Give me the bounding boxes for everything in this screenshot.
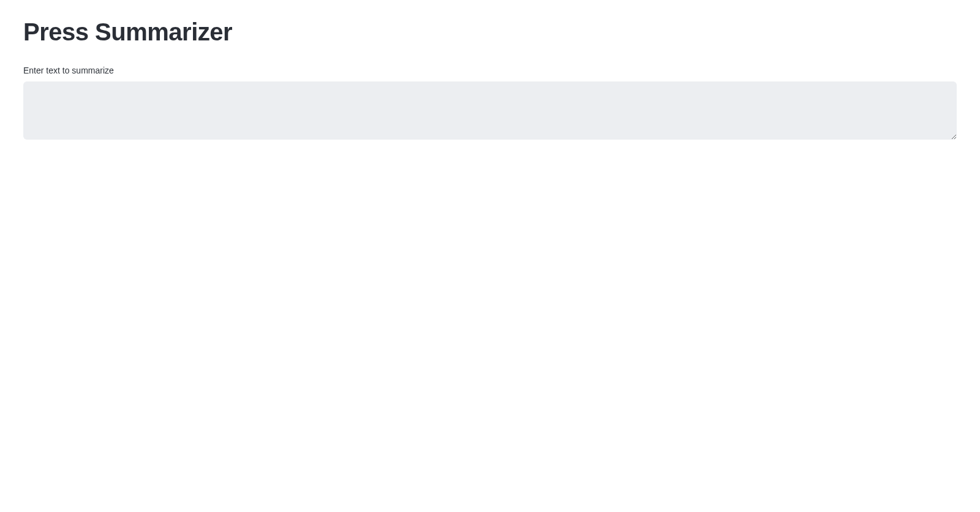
page-title: Press Summarizer [23,18,957,46]
summarize-input[interactable] [23,81,957,140]
summarize-input-label: Enter text to summarize [23,66,957,75]
